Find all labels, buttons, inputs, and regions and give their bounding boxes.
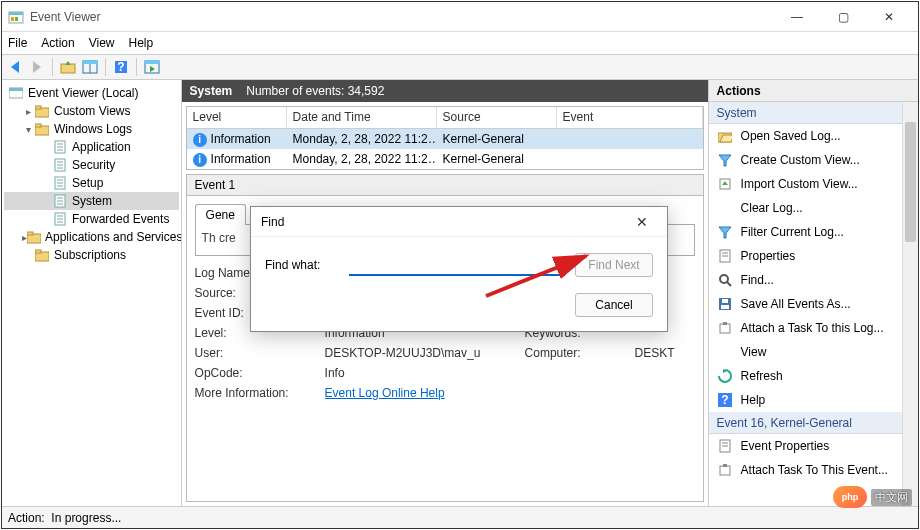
twisty-icon: ▾ bbox=[22, 124, 34, 135]
action-create-custom-view[interactable]: Create Custom View... bbox=[709, 148, 918, 172]
v-computer: DESKT bbox=[635, 346, 695, 360]
action-refresh[interactable]: Refresh bbox=[709, 364, 918, 388]
app-icon bbox=[8, 9, 24, 25]
menu-help[interactable]: Help bbox=[129, 36, 154, 50]
console-icon bbox=[8, 85, 24, 101]
menu-file[interactable]: File bbox=[8, 36, 27, 50]
svg-marker-48 bbox=[719, 155, 731, 166]
tree-item-subscriptions[interactable]: Subscriptions bbox=[4, 246, 179, 264]
dialog-title: Find bbox=[261, 215, 627, 229]
filter-icon bbox=[717, 224, 733, 240]
tab-general[interactable]: Gene bbox=[195, 204, 246, 225]
minimize-button[interactable]: — bbox=[774, 2, 820, 32]
action-open-saved-log[interactable]: Open Saved Log... bbox=[709, 124, 918, 148]
grid-header: Level Date and Time Source Event bbox=[187, 107, 703, 129]
help-icon: ? bbox=[717, 392, 733, 408]
folder-up-icon[interactable] bbox=[59, 58, 77, 76]
tree-label: Setup bbox=[72, 176, 103, 190]
action-attach-task-to-this-event[interactable]: Attach Task To This Event... bbox=[709, 458, 918, 482]
tree-item-forwarded-events[interactable]: Forwarded Events bbox=[4, 210, 179, 228]
event-row[interactable]: iInformationMonday, 2, 28, 2022 11:2…Ker… bbox=[187, 149, 703, 169]
action-find[interactable]: Find... bbox=[709, 268, 918, 292]
forward-icon[interactable] bbox=[28, 58, 46, 76]
event-log-help-link[interactable]: Event Log Online Help bbox=[325, 386, 445, 400]
svg-marker-51 bbox=[719, 227, 731, 238]
tree-root[interactable]: Event Viewer (Local) bbox=[4, 84, 179, 102]
cancel-button[interactable]: Cancel bbox=[575, 293, 653, 317]
info-icon: i bbox=[193, 133, 207, 147]
actions-scrollbar[interactable] bbox=[902, 102, 918, 506]
svg-rect-60 bbox=[720, 324, 730, 333]
panel-icon[interactable] bbox=[81, 58, 99, 76]
find-next-button[interactable]: Find Next bbox=[575, 253, 653, 277]
svg-marker-50 bbox=[722, 181, 728, 185]
log-name-header: System bbox=[190, 84, 233, 98]
tree-item-application[interactable]: Application bbox=[4, 138, 179, 156]
tree-item-system[interactable]: System bbox=[4, 192, 179, 210]
action-filter-current-log[interactable]: Filter Current Log... bbox=[709, 220, 918, 244]
actions-pane: Actions System▴ Open Saved Log...Create … bbox=[709, 80, 918, 506]
back-icon[interactable] bbox=[6, 58, 24, 76]
log-icon bbox=[52, 175, 68, 191]
col-source[interactable]: Source bbox=[437, 107, 557, 128]
col-date[interactable]: Date and Time bbox=[287, 107, 437, 128]
action-group-event[interactable]: Event 16, Kernel-General▴ bbox=[709, 412, 918, 434]
find-what-input[interactable] bbox=[349, 254, 565, 276]
action-import-custom-view[interactable]: Import Custom View... bbox=[709, 172, 918, 196]
col-event[interactable]: Event bbox=[557, 107, 703, 128]
dialog-titlebar: Find ✕ bbox=[251, 207, 667, 237]
svg-marker-4 bbox=[11, 61, 19, 73]
log-icon bbox=[52, 139, 68, 155]
maximize-button[interactable]: ▢ bbox=[820, 2, 866, 32]
tree-label: Security bbox=[72, 158, 115, 172]
k-moreinfo: More Information: bbox=[195, 386, 325, 400]
help-icon[interactable]: ? bbox=[112, 58, 130, 76]
navigation-tree: Event Viewer (Local) ▸Custom Views▾Windo… bbox=[2, 80, 182, 506]
action-view[interactable]: View▸ bbox=[709, 340, 918, 364]
find-dialog: Find ✕ Find what: Find Next Cancel bbox=[250, 206, 668, 332]
svg-text:?: ? bbox=[117, 60, 124, 74]
action-attach-a-task-to-this-log[interactable]: Attach a Task To this Log... bbox=[709, 316, 918, 340]
svg-rect-58 bbox=[721, 305, 729, 309]
k-computer: Computer: bbox=[525, 346, 635, 360]
tree-label: Windows Logs bbox=[54, 122, 132, 136]
tree-label: Applications and Services Lo bbox=[45, 230, 182, 244]
twisty-icon: ▸ bbox=[22, 106, 34, 117]
tree-item-custom-views[interactable]: ▸Custom Views bbox=[4, 102, 179, 120]
detail-header: Event 1 bbox=[186, 174, 704, 196]
svg-text:?: ? bbox=[721, 393, 728, 407]
watermark-logo: php bbox=[833, 486, 867, 508]
action-properties[interactable]: Properties bbox=[709, 244, 918, 268]
window-title: Event Viewer bbox=[30, 10, 774, 24]
event-row[interactable]: iInformationMonday, 2, 28, 2022 11:2…Ker… bbox=[187, 129, 703, 149]
toolbar-separator bbox=[136, 58, 137, 76]
action-save-all-events-as[interactable]: Save All Events As... bbox=[709, 292, 918, 316]
filter-icon bbox=[717, 152, 733, 168]
menu-action[interactable]: Action bbox=[41, 36, 74, 50]
menu-view[interactable]: View bbox=[89, 36, 115, 50]
tree-item-setup[interactable]: Setup bbox=[4, 174, 179, 192]
close-button[interactable]: ✕ bbox=[866, 2, 912, 32]
task-icon bbox=[717, 462, 733, 478]
action-group-system[interactable]: System▴ bbox=[709, 102, 918, 124]
action-clear-log[interactable]: Clear Log... bbox=[709, 196, 918, 220]
action-help[interactable]: ?Help▸ bbox=[709, 388, 918, 412]
find-what-label: Find what: bbox=[265, 258, 339, 272]
save-icon bbox=[717, 296, 733, 312]
tree-label: Forwarded Events bbox=[72, 212, 169, 226]
tree-item-security[interactable]: Security bbox=[4, 156, 179, 174]
preview-icon[interactable] bbox=[143, 58, 161, 76]
tree-item-applications-and-services-lo[interactable]: ▸Applications and Services Lo bbox=[4, 228, 179, 246]
action-event-properties[interactable]: Event Properties bbox=[709, 434, 918, 458]
tree-label: Event Viewer (Local) bbox=[28, 86, 139, 100]
center-header: System Number of events: 34,592 bbox=[182, 80, 708, 102]
action-group-label: System bbox=[717, 106, 757, 120]
action-label: Find... bbox=[741, 273, 774, 287]
action-label: Open Saved Log... bbox=[741, 129, 841, 143]
svg-rect-21 bbox=[35, 124, 41, 127]
k-opcode: OpCode: bbox=[195, 366, 325, 380]
col-level[interactable]: Level bbox=[187, 107, 287, 128]
scrollbar-thumb[interactable] bbox=[905, 122, 916, 242]
dialog-close-button[interactable]: ✕ bbox=[627, 214, 657, 230]
tree-item-windows-logs[interactable]: ▾Windows Logs bbox=[4, 120, 179, 138]
